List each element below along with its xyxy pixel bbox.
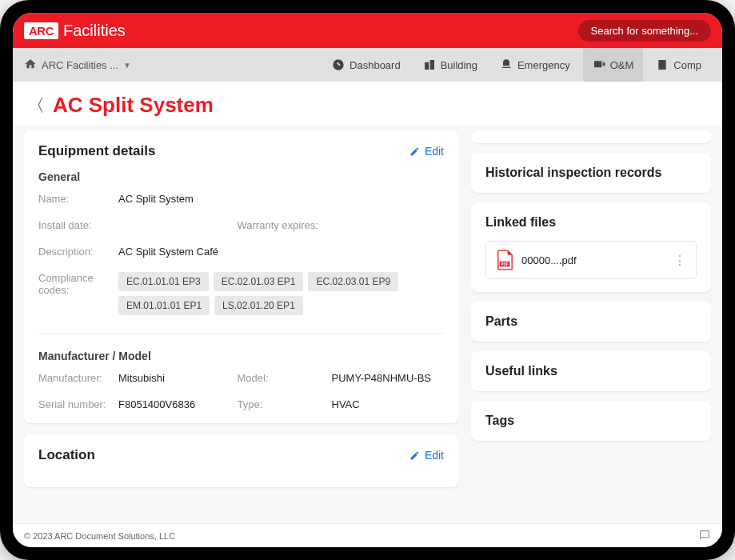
useful-links-card[interactable]: Useful links — [471, 351, 711, 391]
serial-label: Serial number: — [38, 398, 112, 410]
main-column: Equipment details Edit General Name: AC … — [24, 130, 458, 523]
warranty-label: Warranty expires: — [238, 219, 326, 231]
file-name: 00000....pdf — [521, 254, 665, 266]
edit-equipment-button[interactable]: Edit — [409, 145, 444, 158]
general-fields: Name: AC Split System — [38, 193, 444, 205]
nav-om[interactable]: O&M — [583, 48, 644, 82]
building-nav-icon — [423, 58, 436, 71]
model-value: PUMY-P48NHMU-BS — [332, 372, 445, 384]
edit-location-label: Edit — [425, 449, 444, 462]
card-header: Equipment details Edit — [38, 143, 444, 159]
nav-compliance-label: Comp — [673, 59, 701, 71]
nav-compliance[interactable]: Comp — [646, 48, 711, 82]
back-button[interactable]: 〈 — [27, 94, 45, 118]
emergency-icon — [500, 58, 513, 71]
app-screen: ARC Facilities Search for something... A… — [13, 13, 722, 547]
stub-card — [471, 130, 711, 143]
location-header: Location Edit — [38, 447, 444, 463]
nav-building[interactable]: Building — [413, 48, 487, 82]
date-fields: Install date: Warranty expires: — [38, 219, 444, 231]
name-value: AC Split System — [118, 193, 444, 205]
parts-title: Parts — [485, 314, 697, 329]
name-label: Name: — [38, 193, 112, 205]
type-label: Type: — [238, 398, 326, 410]
nav-dashboard[interactable]: Dashboard — [322, 48, 410, 82]
dashboard-icon — [332, 58, 345, 71]
compliance-code-chip: EM.01.01.01 EP1 — [118, 296, 210, 315]
serial-value: F8051400V6836 — [118, 398, 231, 410]
page-header: 〈 AC Split System — [13, 82, 722, 126]
location-title: Location — [38, 447, 95, 463]
top-bar: ARC Facilities Search for something... — [13, 13, 722, 48]
install-value — [118, 219, 231, 231]
manufacturer-fields: Manufacturer: Mitsubishi Model: PUMY-P48… — [38, 372, 444, 410]
copyright: © 2023 ARC Document Solutions, LLC — [24, 531, 175, 541]
compliance-code-chip: EC.01.01.01 EP3 — [118, 272, 209, 291]
linked-files-card: Linked files PDF 00000....pdf ⋮ — [471, 202, 711, 292]
side-column: Historical inspection records Linked fil… — [471, 130, 711, 523]
compliance-code-chip: EC.02.01.03 EP1 — [214, 272, 304, 291]
historical-inspection-title: Historical inspection records — [485, 166, 697, 180]
description-value: AC Split System Café — [118, 246, 444, 258]
content: Equipment details Edit General Name: AC … — [13, 126, 722, 523]
pdf-icon: PDF — [496, 250, 513, 270]
description-label: Description: — [38, 246, 112, 258]
desc-fields: Description: AC Split System Café Compli… — [38, 246, 444, 315]
tags-title: Tags — [485, 414, 697, 428]
useful-links-title: Useful links — [485, 364, 697, 378]
building-icon — [24, 58, 37, 73]
equipment-details-title: Equipment details — [38, 143, 155, 159]
tablet-frame: ARC Facilities Search for something... A… — [0, 0, 735, 560]
parts-card[interactable]: Parts — [471, 302, 711, 342]
nav-emergency-label: Emergency — [517, 59, 570, 71]
historical-inspection-card[interactable]: Historical inspection records — [471, 153, 711, 193]
footer: © 2023 ARC Document Solutions, LLC — [13, 523, 722, 547]
compliance-code-chip: EC.02.03.01 EP9 — [308, 272, 398, 291]
linked-files-title: Linked files — [485, 215, 697, 230]
caret-down-icon: ▼ — [123, 61, 131, 70]
edit-label: Edit — [425, 145, 444, 158]
compliance-code-chip: LS.02.01.20 EP1 — [214, 296, 303, 315]
svg-text:PDF: PDF — [501, 262, 508, 266]
compliance-codes: EC.01.01.01 EP3EC.02.01.03 EP1EC.02.03.0… — [118, 272, 444, 315]
location-card: Location Edit — [24, 434, 458, 487]
manufacturer-label: Manufacturer: — [38, 372, 112, 384]
edit-location-button[interactable]: Edit — [409, 449, 444, 462]
install-label: Install date: — [38, 219, 112, 231]
nav-building-label: Building — [441, 59, 477, 71]
compliance-label: Compliance codes: — [38, 272, 112, 296]
logo[interactable]: ARC Facilities — [24, 22, 126, 40]
chat-icon[interactable] — [698, 529, 711, 543]
pencil-icon — [409, 146, 420, 157]
nav-om-label: O&M — [610, 59, 634, 71]
page-title: AC Split System — [53, 93, 214, 118]
equipment-details-card: Equipment details Edit General Name: AC … — [24, 130, 458, 423]
logo-badge: ARC — [24, 22, 58, 39]
pencil-icon — [409, 450, 420, 461]
nav-bar: ARC Facilities ... ▼ Dashboard Building … — [13, 48, 722, 82]
general-section-label: General — [38, 170, 444, 183]
nav-emergency[interactable]: Emergency — [490, 48, 580, 82]
breadcrumb-label: ARC Facilities ... — [42, 59, 118, 71]
breadcrumb[interactable]: ARC Facilities ... ▼ — [24, 58, 319, 73]
om-icon — [593, 58, 605, 71]
logo-text: Facilities — [63, 22, 126, 40]
tags-card[interactable]: Tags — [471, 401, 711, 441]
search-input[interactable]: Search for something... — [578, 20, 711, 42]
nav-dashboard-label: Dashboard — [350, 59, 401, 71]
compliance-icon — [656, 58, 669, 71]
manufacturer-section-label: Manufacturer / Model — [38, 333, 444, 362]
type-value: HVAC — [332, 398, 445, 410]
file-item[interactable]: PDF 00000....pdf ⋮ — [485, 241, 697, 279]
manufacturer-value: Mitsubishi — [118, 372, 231, 384]
model-label: Model: — [238, 372, 326, 384]
file-menu-button[interactable]: ⋮ — [673, 253, 686, 268]
warranty-value — [332, 219, 445, 231]
